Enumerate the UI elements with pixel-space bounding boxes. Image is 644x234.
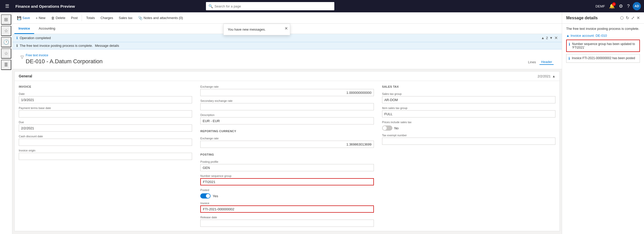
sales-tax-group-group: Sales tax group xyxy=(382,92,555,103)
exchange-rate-group: Exchange rate xyxy=(200,85,374,96)
release-date-group: Release date xyxy=(200,216,374,227)
search-input[interactable] xyxy=(214,4,332,8)
payment-terms-label: Payment terms base date xyxy=(19,106,192,110)
notes-button[interactable]: 📎 Notes and attachments (0) xyxy=(136,13,185,23)
sales-tax-button[interactable]: Sales tax xyxy=(116,13,135,23)
sidebar-modules-button[interactable]: ≣ xyxy=(1,60,11,70)
posted-group: Posted Yes xyxy=(200,188,374,199)
description-label: Description xyxy=(200,113,374,116)
rp-message-item-2: ℹ Invoice FTI-2021-000000002 has been po… xyxy=(566,54,640,63)
panel-refresh-button[interactable]: ↻ xyxy=(626,15,629,20)
list-icon: ≣ xyxy=(4,62,8,68)
form-grid: INVOICE Date Payment terms base date Due xyxy=(15,81,560,231)
section-header: General 2/2/2021 ▲ xyxy=(15,71,560,81)
message-details-link[interactable]: Message details xyxy=(95,44,119,48)
notif-counter: ▲ 2 ▼ ✕ xyxy=(541,35,558,40)
secondary-exchange-input[interactable] xyxy=(200,103,374,110)
section-title: General xyxy=(19,74,32,78)
sidebar-recent-button[interactable]: 🕐 xyxy=(1,37,11,47)
gear-icon: ⚙ xyxy=(619,3,623,9)
sidebar-home-button[interactable]: ⊞ xyxy=(1,14,11,25)
prices-include-toggle[interactable] xyxy=(382,125,392,131)
user-avatar[interactable]: AD xyxy=(633,2,641,10)
exchange-rate-label: Exchange rate xyxy=(200,85,374,88)
settings-button[interactable]: ⚙ xyxy=(618,2,624,10)
posted-toggle[interactable] xyxy=(200,193,211,199)
invoice-field-group: Invoice xyxy=(200,202,374,213)
number-seq-input[interactable] xyxy=(200,178,374,185)
tax-exempt-input[interactable] xyxy=(382,138,555,145)
content-area: 💾 Save + New 🗑 Delete Post Totals Charge… xyxy=(12,12,562,234)
panel-close-button[interactable]: ✕ xyxy=(637,15,640,20)
item-sales-tax-label: Item sales tax group xyxy=(382,106,555,110)
sidebar: ⊞ ☆ 🕐 ☆ ≣ xyxy=(0,12,12,234)
right-panel: Message details ⬡ ↻ ⤢ ✕ The free text in… xyxy=(562,12,644,234)
tab-accounting[interactable]: Accounting xyxy=(35,24,59,34)
help-icon: ? xyxy=(627,4,630,9)
delete-button[interactable]: 🗑 Delete xyxy=(49,13,68,23)
totals-button[interactable]: Totals xyxy=(83,13,97,23)
posting-profile-label: Posting profile xyxy=(200,160,374,163)
date-label: Date xyxy=(19,92,192,95)
charges-button[interactable]: Charges xyxy=(98,13,116,23)
item-sales-tax-group: Item sales tax group xyxy=(382,106,555,118)
help-button[interactable]: ? xyxy=(626,3,631,10)
description-input[interactable] xyxy=(200,117,374,124)
breadcrumb[interactable]: Free text invoice xyxy=(26,53,554,57)
date-input[interactable] xyxy=(19,96,192,103)
panel-popout-button[interactable]: ⤢ xyxy=(631,15,634,20)
cash-discount-input[interactable] xyxy=(19,139,192,146)
prices-include-toggle-label: No xyxy=(394,126,399,130)
posting-column: Exchange rate Secondary exchange rate De… xyxy=(200,85,374,227)
notif-up-button[interactable]: ▲ xyxy=(541,36,544,40)
reporting-currency-label: REPORTING CURRENCY xyxy=(200,130,374,133)
clock-icon: 🕐 xyxy=(3,39,9,45)
new-button[interactable]: + New xyxy=(33,13,48,23)
item-sales-tax-input[interactable] xyxy=(382,110,555,118)
rp-status: The free text invoice posting process is… xyxy=(566,27,640,31)
page-header: ▽ Free text invoice DE-010 - A.Datum Cor… xyxy=(12,49,562,69)
release-date-input[interactable] xyxy=(200,220,374,227)
prices-include-group: Prices include sales tax No xyxy=(382,121,555,131)
panel-expand-button[interactable]: ⬡ xyxy=(620,15,624,20)
reporting-exchange-label: Exchange rate xyxy=(200,137,374,140)
invoice-origin-input[interactable] xyxy=(19,153,192,160)
search-bar[interactable]: 🔍 xyxy=(206,2,334,10)
reporting-exchange-input[interactable] xyxy=(200,141,374,148)
popup-close-button[interactable]: ✕ xyxy=(285,26,288,31)
sales-tax-group-input[interactable] xyxy=(382,96,555,103)
reporting-exchange-group: Exchange rate xyxy=(200,137,374,148)
posting-profile-input[interactable] xyxy=(200,164,374,171)
rp-collapse-button[interactable]: ▲ Invoice account: DE-010 xyxy=(566,34,607,38)
posted-label: Posted xyxy=(200,188,374,192)
environment-label: DEMF xyxy=(594,3,606,9)
hamburger-menu-button[interactable]: ☰ xyxy=(3,2,11,11)
prices-include-label: Prices include sales tax xyxy=(382,121,555,124)
release-date-label: Release date xyxy=(200,216,374,219)
post-button[interactable]: Post xyxy=(68,13,80,23)
page-header-inner: ▽ Free text invoice DE-010 - A.Datum Cor… xyxy=(16,51,558,69)
cash-discount-label: Cash discount date xyxy=(19,135,192,138)
rp-info-icon-2: ℹ xyxy=(569,56,570,60)
cash-discount-group: Cash discount date xyxy=(19,135,192,146)
notif-close-button[interactable]: ✕ xyxy=(554,35,558,40)
payment-terms-input[interactable] xyxy=(19,110,192,118)
sidebar-workspaces-button[interactable]: ☆ xyxy=(1,48,11,59)
invoice-column: INVOICE Date Payment terms base date Due xyxy=(19,85,192,227)
notif-down-button[interactable]: ▼ xyxy=(550,36,553,40)
filter-icon[interactable]: ▽ xyxy=(21,53,24,59)
exchange-rate-input[interactable] xyxy=(200,89,374,96)
notifications-button[interactable]: 🔔 1 xyxy=(608,2,616,10)
rp-info-icon-1: ℹ xyxy=(569,42,570,49)
view-lines-tab[interactable]: Lines xyxy=(526,60,537,65)
save-button[interactable]: 💾 Save xyxy=(14,13,33,23)
home-icon: ⊞ xyxy=(4,17,8,22)
tab-invoice[interactable]: Invoice xyxy=(14,24,34,34)
view-header-tab[interactable]: Header xyxy=(539,59,554,65)
due-input[interactable] xyxy=(19,124,192,132)
view-toggle: Lines Header xyxy=(526,59,554,67)
invoice-number-input[interactable] xyxy=(200,205,374,213)
collapse-icon[interactable]: ▲ xyxy=(552,74,555,78)
sidebar-favorites-button[interactable]: ☆ xyxy=(1,26,11,36)
invoice-section-label: INVOICE xyxy=(19,85,192,88)
